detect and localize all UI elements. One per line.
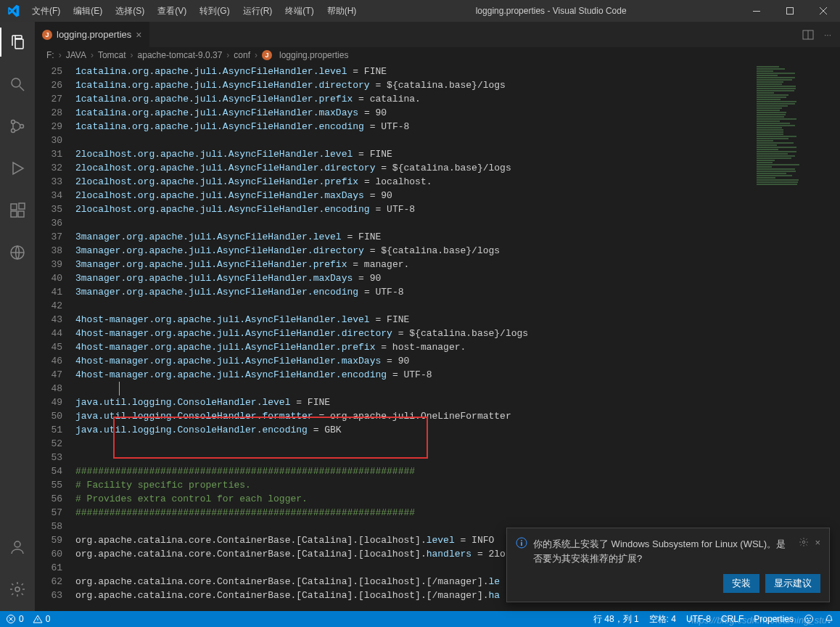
menu-item[interactable]: 终端(T) [279,2,319,20]
svg-point-19 [521,540,522,541]
menu-item[interactable]: 选择(S) [110,2,150,20]
status-bar: 0 0 行 48，列 1 空格: 4 UTF-8 CRLF Properties [0,611,840,627]
svg-rect-7 [11,211,17,217]
svg-rect-1 [787,8,794,15]
debug-icon[interactable] [0,154,35,183]
install-button[interactable]: 安装 [723,574,759,593]
activity-bar [0,22,35,611]
window-title: logging.properties - Visual Studio Code [362,6,740,16]
svg-rect-8 [18,211,24,217]
svg-rect-0 [753,11,760,12]
status-feedback-icon[interactable] [804,613,814,626]
breadcrumb[interactable]: F:›JAVA›Tomcat›apache-tomcat-9.0.37›conf… [35,47,840,63]
svg-rect-9 [19,203,25,209]
breadcrumb-item[interactable]: logging.properties [279,50,348,60]
show-suggestions-button[interactable]: 显示建议 [765,574,820,593]
svg-point-15 [805,615,813,623]
close-button[interactable] [807,0,840,22]
extensions-icon[interactable] [0,196,35,225]
status-language[interactable]: Properties [754,613,794,626]
tab-bar: J logging.properties × ··· [35,22,840,47]
svg-point-11 [15,541,20,547]
svg-rect-6 [11,204,17,210]
menu-item[interactable]: 转到(G) [194,2,235,20]
breadcrumb-item[interactable]: JAVA [66,50,86,60]
menu-item[interactable]: 运行(R) [237,2,279,20]
settings-gear-icon[interactable] [0,575,35,604]
svg-point-3 [12,120,15,124]
menu-item[interactable]: 文件(F) [26,2,66,20]
notification-gear-icon[interactable] [799,537,809,547]
remote-icon[interactable] [0,238,35,267]
menu-item[interactable]: 查看(V) [152,2,192,20]
svg-point-12 [15,587,20,591]
search-icon[interactable] [0,70,35,99]
split-editor-icon[interactable] [802,29,814,41]
accounts-icon[interactable] [0,533,35,562]
more-actions-icon[interactable]: ··· [824,30,831,40]
tab-logging-properties[interactable]: J logging.properties × [35,22,150,47]
notification-text: 你的系统上安装了 Windows Subsystem for Linux (WS… [533,537,793,565]
source-control-icon[interactable] [0,112,35,141]
status-eol[interactable]: CRLF [721,613,744,626]
info-icon [516,537,527,549]
menubar: 文件(F)编辑(E)选择(S)查看(V)转到(G)运行(R)终端(T)帮助(H) [26,2,362,20]
svg-point-16 [807,618,808,619]
maximize-button[interactable] [773,0,807,22]
notification-close-icon[interactable]: × [815,537,820,548]
menu-item[interactable]: 帮助(H) [321,2,363,20]
status-bell-icon[interactable] [824,613,834,626]
menu-item[interactable]: 编辑(E) [67,2,108,20]
breadcrumb-item[interactable]: F: [46,50,54,60]
status-encoding[interactable]: UTF-8 [686,613,711,626]
tab-close-icon[interactable]: × [136,29,141,41]
breadcrumb-item[interactable]: apache-tomcat-9.0.37 [138,50,223,60]
status-warnings[interactable]: 0 [33,614,51,624]
svg-point-2 [12,78,20,87]
status-cursor-position[interactable]: 行 48，列 1 [593,613,639,626]
svg-point-21 [803,541,806,544]
status-indentation[interactable]: 空格: 4 [649,613,676,626]
titlebar: 文件(F)编辑(E)选择(S)查看(V)转到(G)运行(R)终端(T)帮助(H)… [0,0,840,22]
tab-label: logging.properties [57,29,131,40]
status-errors[interactable]: 0 [6,614,24,624]
svg-point-17 [810,618,811,619]
properties-file-icon: J [42,30,52,40]
svg-rect-20 [521,542,522,546]
svg-point-5 [20,125,24,128]
explorer-icon[interactable] [0,28,35,57]
breadcrumb-item[interactable]: conf [234,50,250,60]
vscode-logo-icon [0,4,26,17]
minimize-button[interactable] [740,0,773,22]
breadcrumb-item[interactable]: Tomcat [98,50,126,60]
svg-point-4 [12,129,15,133]
notification-toast: 你的系统上安装了 Windows Subsystem for Linux (WS… [506,528,830,602]
